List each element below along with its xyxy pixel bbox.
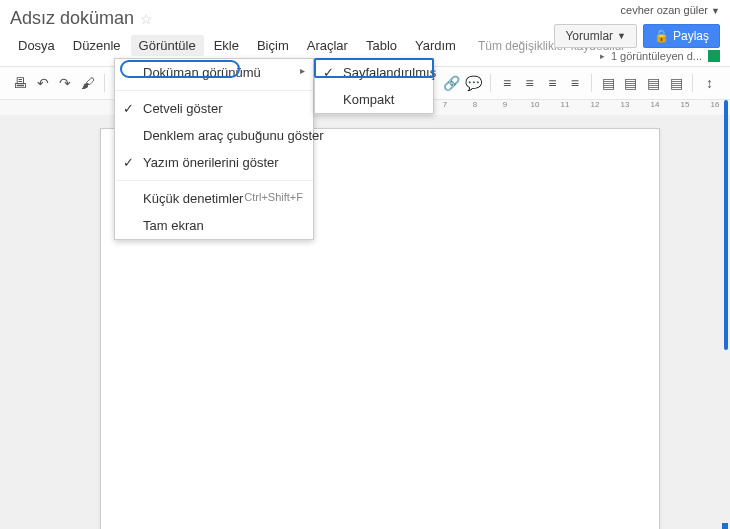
menu-show-spell[interactable]: ✓ Yazım önerilerini göster — [115, 149, 313, 176]
align-left-icon[interactable]: ≡ — [497, 72, 518, 94]
submenu-paginated[interactable]: ✓ Sayfalandırılmış — [315, 59, 433, 86]
viewer-avatar — [708, 50, 720, 62]
indent-dec-icon[interactable]: ≡ — [565, 72, 586, 94]
align-j-icon[interactable]: ▤ — [666, 72, 687, 94]
list-bullet-icon[interactable]: ≡ — [542, 72, 563, 94]
menu-show-eq[interactable]: Denklem araç çubuğunu göster — [115, 122, 313, 149]
doc-view-submenu: ✓ Sayfalandırılmış Kompakt — [314, 58, 434, 114]
menu-insert[interactable]: Ekle — [206, 35, 247, 56]
menu-help[interactable]: Yardım — [407, 35, 464, 56]
share-button[interactable]: 🔒 Paylaş — [643, 24, 720, 48]
annotation-highlight — [722, 523, 728, 529]
annotation-highlight — [724, 100, 728, 350]
document-area — [0, 116, 730, 529]
viewer-info[interactable]: ▸ 1 görüntüleyen d... — [600, 50, 720, 62]
paint-icon[interactable]: 🖌 — [78, 72, 99, 94]
doc-title[interactable]: Adsız doküman — [10, 8, 134, 29]
star-icon[interactable]: ☆ — [140, 11, 153, 27]
menu-table[interactable]: Tablo — [358, 35, 405, 56]
undo-icon[interactable]: ↶ — [33, 72, 54, 94]
list-num-icon[interactable]: ≡ — [519, 72, 540, 94]
comment-icon[interactable]: 💬 — [463, 72, 484, 94]
menu-show-ruler[interactable]: ✓ Cetveli göster — [115, 95, 313, 122]
menu-doc-view[interactable]: Doküman görünümü ▸ — [115, 59, 313, 86]
menu-fullscreen[interactable]: Tam ekran — [115, 212, 313, 239]
link-icon[interactable]: 🔗 — [441, 72, 462, 94]
menu-tools[interactable]: Araçlar — [299, 35, 356, 56]
print-icon[interactable]: 🖶 — [10, 72, 31, 94]
menu-edit[interactable]: Düzenle — [65, 35, 129, 56]
check-icon: ✓ — [123, 155, 134, 170]
align-r-icon[interactable]: ▤ — [643, 72, 664, 94]
spacing-icon[interactable]: ↕ — [699, 72, 720, 94]
align-l-icon[interactable]: ▤ — [598, 72, 619, 94]
menu-format[interactable]: Biçim — [249, 35, 297, 56]
menu-small-controls[interactable]: Küçük denetimler Ctrl+Shift+F — [115, 185, 313, 212]
user-label: cevher ozan güler ▼ — [621, 4, 720, 16]
redo-icon[interactable]: ↷ — [55, 72, 76, 94]
view-dropdown: Doküman görünümü ▸ ✓ Cetveli göster Denk… — [114, 58, 314, 240]
submenu-arrow-icon: ▸ — [300, 65, 305, 76]
menu-file[interactable]: Dosya — [10, 35, 63, 56]
align-c-icon[interactable]: ▤ — [621, 72, 642, 94]
submenu-compact[interactable]: Kompakt — [315, 86, 433, 113]
menu-view[interactable]: Görüntüle — [131, 35, 204, 56]
check-icon: ✓ — [323, 65, 334, 80]
comments-button[interactable]: Yorumlar ▼ — [554, 24, 637, 48]
lock-icon: 🔒 — [654, 29, 669, 43]
check-icon: ✓ — [123, 101, 134, 116]
